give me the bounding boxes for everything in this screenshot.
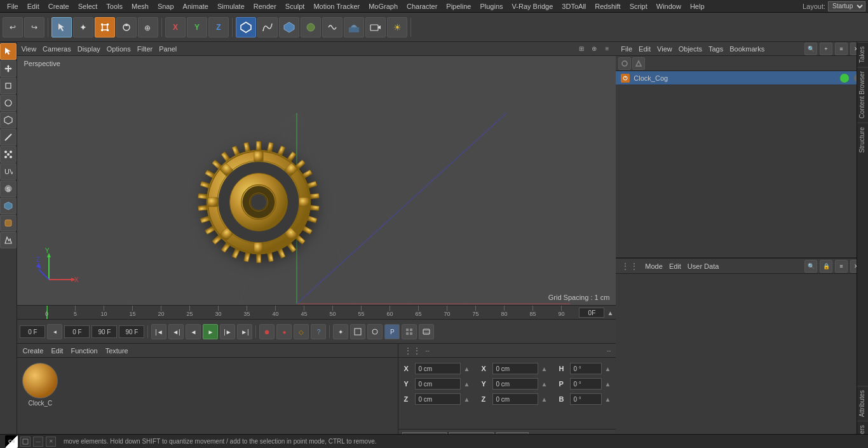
attr-menu-edit[interactable]: Edit — [669, 262, 681, 270]
scale-tool-button[interactable] — [95, 17, 115, 37]
sx-unit-icon[interactable]: ▲ — [541, 365, 553, 372]
mode-icon[interactable] — [20, 437, 31, 447]
environment-button[interactable] — [344, 17, 364, 37]
layout-dropdown[interactable]: Startup — [828, 1, 865, 11]
sidebar-motion-tool[interactable] — [0, 232, 17, 248]
sidebar-polygon-tool[interactable] — [0, 112, 17, 128]
play-backward-button[interactable]: ◄ — [186, 324, 201, 339]
menu-plugins[interactable]: Plugins — [475, 0, 507, 13]
b-deg-icon[interactable]: ▲ — [604, 396, 611, 403]
z-unit-icon[interactable]: ▲ — [463, 396, 476, 403]
close-icon[interactable]: ✕ — [46, 437, 56, 447]
sidebar-edge-tool[interactable] — [0, 129, 17, 146]
sidebar-move-tool[interactable] — [0, 60, 17, 77]
polygon-object-button[interactable] — [236, 17, 256, 37]
frame-current-input[interactable] — [64, 325, 90, 338]
menu-mograph[interactable]: MoGraph — [364, 0, 402, 13]
menu-character[interactable]: Character — [402, 0, 442, 13]
deformer-button[interactable] — [322, 17, 342, 37]
frame-end2-input[interactable] — [119, 325, 144, 338]
frame-start-input[interactable] — [20, 325, 45, 338]
frame-back-input[interactable]: ◄ — [47, 324, 62, 339]
rot-h-input[interactable] — [570, 363, 602, 374]
rotate-tool-button[interactable] — [116, 17, 137, 37]
obj-menu-tags[interactable]: Tags — [709, 45, 723, 53]
goto-end-button[interactable]: ►| — [237, 324, 252, 339]
obj-search-icon[interactable]: 🔍 — [804, 43, 817, 55]
rot-b-input[interactable] — [570, 393, 602, 405]
obj-menu-edit[interactable]: Edit — [639, 45, 651, 53]
viewport[interactable]: Perspective — [17, 56, 616, 305]
attr-search-icon[interactable]: 🔍 — [804, 260, 817, 273]
transform-tool-button[interactable]: ⊕ — [138, 17, 158, 37]
menu-simulate[interactable]: Simulate — [213, 0, 249, 13]
tl-move-tool[interactable]: ✦ — [333, 324, 348, 339]
minimize-icon[interactable]: — — [33, 437, 43, 447]
obj-menu-file[interactable]: File — [621, 45, 632, 53]
mat-menu-edit[interactable]: Edit — [51, 347, 63, 355]
frame-arrow-icon[interactable]: ▲ — [607, 309, 613, 316]
scale-x-input[interactable] — [492, 363, 538, 374]
viewport-nav-icon[interactable]: ⊕ — [589, 44, 599, 54]
mat-menu-texture[interactable]: Texture — [105, 347, 128, 355]
sidebar-scale-tool[interactable] — [0, 78, 17, 94]
goto-start-button[interactable]: |◄ — [151, 324, 166, 339]
vtab-content-browser[interactable]: Content Browser — [857, 67, 868, 122]
light-button[interactable]: ☀ — [387, 17, 407, 37]
sidebar-s-tool[interactable]: S — [0, 180, 17, 197]
sz-unit-icon[interactable]: ▲ — [541, 396, 553, 403]
menu-file[interactable]: File — [3, 0, 23, 13]
menu-help[interactable]: Help — [686, 0, 709, 13]
frame-end-input[interactable] — [92, 325, 117, 338]
viewport-menu-panel[interactable]: Panel — [159, 45, 177, 53]
x-unit-icon[interactable]: ▲ — [463, 365, 476, 372]
attr-lock-icon[interactable]: 🔒 — [820, 260, 832, 273]
pos-z-input[interactable] — [415, 393, 461, 405]
spline-object-button[interactable] — [257, 17, 278, 37]
x-axis-button[interactable]: X — [165, 17, 186, 37]
menu-redshift[interactable]: Redshift — [590, 0, 625, 13]
z-axis-button[interactable]: Z — [208, 17, 229, 37]
obj-tool-2[interactable] — [632, 57, 645, 70]
viewport-menu-cameras[interactable]: Cameras — [43, 45, 71, 53]
tl-play-tool[interactable]: P — [384, 324, 400, 339]
sidebar-sculpt-tool[interactable] — [0, 198, 17, 214]
menu-create[interactable]: Create — [44, 0, 74, 13]
p-deg-icon[interactable]: ▲ — [604, 381, 611, 388]
obj-dot-green[interactable] — [840, 74, 849, 83]
help-button[interactable]: ? — [311, 324, 326, 339]
tl-rotate-tool[interactable] — [367, 324, 383, 339]
menu-animate[interactable]: Animate — [179, 0, 213, 13]
viewport-menu-view[interactable]: View — [21, 45, 36, 53]
menu-sculpt[interactable]: Sculpt — [281, 0, 309, 13]
viewport-maximize-icon[interactable]: ⊞ — [576, 44, 587, 54]
viewport-menu-display[interactable]: Display — [78, 45, 100, 53]
menu-vray[interactable]: V-Ray Bridge — [508, 0, 558, 13]
obj-add-icon[interactable]: + — [820, 43, 832, 55]
h-deg-icon[interactable]: ▲ — [604, 365, 611, 372]
mat-menu-create[interactable]: Create — [22, 347, 43, 355]
step-forward-button[interactable]: |► — [220, 324, 235, 339]
vtab-attributes[interactable]: Attributes — [857, 386, 868, 421]
menu-window[interactable]: Window — [652, 0, 686, 13]
attr-settings-icon[interactable]: ≡ — [835, 260, 848, 273]
vtab-structure[interactable]: Structure — [857, 123, 868, 157]
y-axis-button[interactable]: Y — [187, 17, 207, 37]
object-row-clock-cog[interactable]: Clock_Cog — [616, 71, 868, 85]
obj-tool-1[interactable] — [618, 57, 631, 70]
material-item[interactable]: Clock_C — [22, 363, 58, 407]
menu-mesh[interactable]: Mesh — [127, 0, 153, 13]
menu-render[interactable]: Render — [249, 0, 281, 13]
menu-edit[interactable]: Edit — [23, 0, 44, 13]
tl-grid-tool[interactable] — [402, 324, 417, 339]
tl-scale-tool[interactable] — [350, 324, 365, 339]
obj-menu-objects[interactable]: Objects — [679, 45, 702, 53]
current-frame-input[interactable] — [579, 308, 604, 318]
sidebar-uv-tool[interactable]: UV — [0, 163, 17, 180]
move-tool-button[interactable]: ✦ — [73, 17, 93, 37]
generator-button[interactable] — [301, 17, 321, 37]
sidebar-paint-tool[interactable] — [0, 215, 17, 231]
obj-menu-bookmarks[interactable]: Bookmarks — [729, 45, 764, 53]
play-forward-button[interactable]: ► — [203, 324, 218, 339]
record-button[interactable]: ⏺ — [259, 324, 275, 339]
